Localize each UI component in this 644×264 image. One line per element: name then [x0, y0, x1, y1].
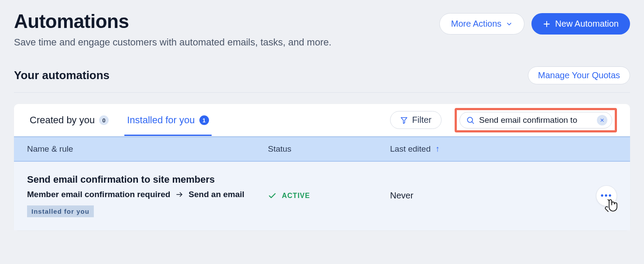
tab-count-badge: 0 [99, 115, 109, 125]
search-icon [466, 116, 475, 125]
ellipsis-icon: ••• [600, 191, 612, 201]
tab-label: Created by you [30, 115, 95, 126]
automation-action: Send an email [188, 190, 244, 199]
clear-search-button[interactable] [597, 115, 607, 125]
sort-ascending-icon: ↑ [435, 144, 440, 153]
row-more-actions-button[interactable]: ••• [596, 185, 617, 206]
search-input[interactable] [479, 115, 593, 125]
col-last-edited[interactable]: Last edited ↑ [390, 144, 582, 154]
filter-button[interactable]: Filter [390, 111, 442, 129]
status-label: ACTIVE [282, 192, 310, 200]
col-name: Name & rule [27, 144, 268, 154]
section-title: Your automations [14, 69, 110, 82]
page-title: Automations [14, 10, 332, 32]
search-highlight-box [455, 108, 617, 132]
page-subtitle: Save time and engage customers with auto… [14, 37, 332, 48]
chevron-down-icon [506, 21, 513, 28]
automation-title: Send email confirmation to site members [27, 174, 268, 185]
new-automation-label: New Automation [555, 19, 619, 29]
table-header: Name & rule Status Last edited ↑ [14, 136, 630, 162]
funnel-icon [400, 116, 408, 124]
plus-icon [543, 20, 551, 28]
svg-line-4 [472, 122, 474, 123]
col-status: Status [268, 144, 390, 154]
more-actions-button[interactable]: More Actions [439, 13, 525, 35]
automation-trigger: Member email confirmation required [27, 190, 170, 199]
last-edited-value: Never [390, 191, 582, 201]
more-actions-label: More Actions [451, 19, 502, 29]
check-icon [268, 191, 277, 200]
col-last-edited-label: Last edited [390, 144, 431, 153]
manage-quotas-button[interactable]: Manage Your Quotas [528, 66, 630, 84]
tab-label: Installed for you [127, 115, 195, 126]
arrow-right-icon [175, 191, 183, 198]
tab-installed-for-you[interactable]: Installed for you 1 [124, 104, 211, 136]
installed-tag: Installed for you [27, 205, 94, 217]
tab-count-badge: 1 [199, 115, 209, 125]
filter-label: Filter [412, 115, 432, 125]
svg-marker-2 [401, 118, 407, 124]
new-automation-button[interactable]: New Automation [531, 13, 630, 35]
table-row[interactable]: Send email confirmation to site members … [14, 162, 630, 230]
tab-created-by-you[interactable]: Created by you 0 [27, 104, 111, 136]
